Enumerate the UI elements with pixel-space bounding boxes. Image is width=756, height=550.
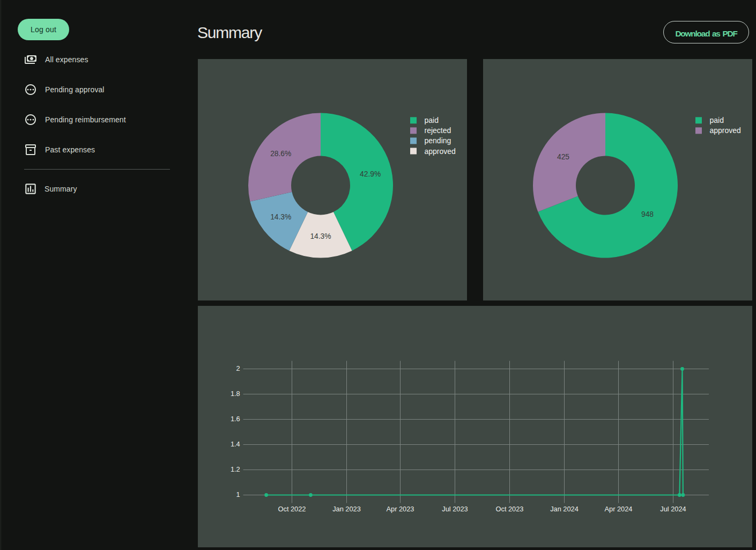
- svg-text:1: 1: [236, 490, 240, 498]
- svg-text:Oct 2023: Oct 2023: [496, 505, 524, 513]
- svg-text:948: 948: [641, 210, 654, 218]
- svg-text:Apr 2024: Apr 2024: [605, 505, 633, 513]
- svg-text:1.4: 1.4: [231, 440, 240, 448]
- svg-text:1.2: 1.2: [231, 465, 240, 473]
- svg-text:rejected: rejected: [425, 126, 451, 135]
- svg-text:28.6%: 28.6%: [270, 150, 291, 158]
- svg-text:1.8: 1.8: [231, 390, 240, 398]
- svg-text:425: 425: [557, 153, 569, 161]
- svg-text:Jul 2023: Jul 2023: [442, 505, 468, 513]
- svg-text:paid: paid: [425, 116, 439, 124]
- svg-text:approved: approved: [425, 147, 456, 156]
- svg-text:1.6: 1.6: [231, 415, 240, 423]
- svg-text:Jan 2024: Jan 2024: [550, 505, 579, 513]
- svg-text:Jul 2024: Jul 2024: [660, 505, 686, 513]
- svg-text:14.3%: 14.3%: [310, 232, 331, 240]
- svg-text:2: 2: [236, 364, 240, 372]
- svg-text:approved: approved: [710, 126, 741, 135]
- svg-text:Oct 2022: Oct 2022: [278, 505, 306, 513]
- svg-text:42.9%: 42.9%: [360, 170, 381, 178]
- svg-text:14.3%: 14.3%: [270, 213, 291, 221]
- svg-text:Apr 2023: Apr 2023: [387, 505, 414, 513]
- svg-text:Jan 2023: Jan 2023: [332, 505, 361, 513]
- svg-text:pending: pending: [425, 136, 451, 145]
- svg-text:paid: paid: [710, 116, 724, 124]
